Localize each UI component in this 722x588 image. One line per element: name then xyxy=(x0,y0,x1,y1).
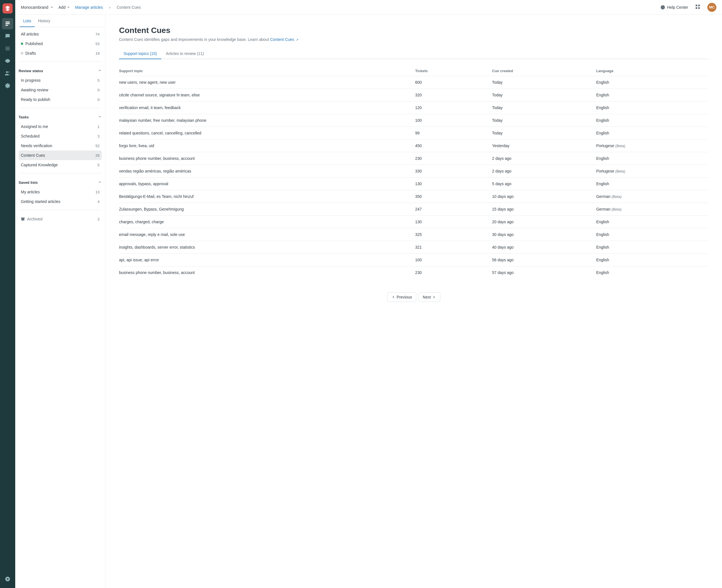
table-row[interactable]: related questions, cancel, cancelling, c… xyxy=(119,127,708,140)
cell-tickets: 247 xyxy=(412,203,489,216)
beta-label: (Beta) xyxy=(612,207,621,211)
cell-tickets: 350 xyxy=(412,190,489,203)
review-status-toggle[interactable] xyxy=(98,68,102,73)
cell-tickets: 450 xyxy=(412,140,489,152)
table-row[interactable]: malaysian number, free number, malaysian… xyxy=(119,114,708,127)
awaiting-review-count: 0 xyxy=(98,88,100,92)
rail-icon-users[interactable] xyxy=(2,68,13,79)
sidebar-item-captured-knowledge[interactable]: Captured Knowledge 5 xyxy=(19,160,102,170)
tickets-sort[interactable]: Tickets xyxy=(415,69,432,73)
table-row[interactable]: insights, dashboards, server error, stat… xyxy=(119,241,708,254)
rail-icon-eye[interactable] xyxy=(2,55,13,66)
table-row[interactable]: api, api issue, api error10056 days agoE… xyxy=(119,254,708,266)
sidebar-item-archived[interactable]: Archived 2 xyxy=(19,213,102,225)
sidebar-item-content-cues[interactable]: Content Cues 26 xyxy=(19,150,102,160)
cell-cue-created: Today xyxy=(489,102,593,114)
sidebar-item-needs-verification[interactable]: Needs verification 52 xyxy=(19,141,102,150)
prev-button[interactable]: Previous xyxy=(387,292,416,302)
table-row[interactable]: Zulassungen, Bypass, Genehmigung24715 da… xyxy=(119,203,708,216)
table-row[interactable]: cécile channel source, signature hi team… xyxy=(119,89,708,102)
drafts-count: 19 xyxy=(96,51,100,56)
col-header-tickets[interactable]: Tickets xyxy=(412,66,489,76)
table-row[interactable]: email message, reply e mail, sole use325… xyxy=(119,228,708,241)
tab-articles-review[interactable]: Articles to review (11) xyxy=(161,48,208,59)
col-header-support-topic: Support topic xyxy=(119,66,412,76)
table-row[interactable]: vendas região américas, região américas3… xyxy=(119,165,708,177)
saved-lists-toggle[interactable] xyxy=(98,180,102,185)
table-row[interactable]: new users, new agent, new user600TodayEn… xyxy=(119,76,708,89)
rail-icon-menu[interactable] xyxy=(2,43,13,54)
cue-created-sort[interactable]: Cue created xyxy=(492,69,517,73)
sidebar-item-ready-to-publish[interactable]: Ready to publish 0 xyxy=(19,95,102,104)
table-row[interactable]: Bestätigungs-E-Mail, es Team, nicht hinz… xyxy=(119,190,708,203)
nav-breadcrumb-separator: › xyxy=(109,5,110,9)
rail-icon-articles[interactable] xyxy=(2,18,13,29)
cell-cue-created: 56 days ago xyxy=(489,254,593,266)
tab-support-topics[interactable]: Support topics (15) xyxy=(119,48,161,59)
rail-icon-settings[interactable] xyxy=(2,80,13,91)
assigned-to-me-label: Assigned to me xyxy=(21,124,48,129)
nav-manage-articles[interactable]: Manage articles xyxy=(75,5,103,9)
rail-icon-zendesk[interactable] xyxy=(2,573,13,585)
sidebar-item-scheduled[interactable]: Scheduled 3 xyxy=(19,131,102,141)
sidebar-item-drafts[interactable]: Drafts 19 xyxy=(19,48,102,58)
table-row[interactable]: forgo livre, livea, uid450YesterdayPortu… xyxy=(119,140,708,152)
sidebar-item-awaiting-review[interactable]: Awaiting review 0 xyxy=(19,85,102,95)
col-header-language: Language xyxy=(593,66,708,76)
content-cues-link[interactable]: Content Cues ↗ xyxy=(270,37,298,42)
next-button[interactable]: Next xyxy=(418,292,440,302)
sidebar-tab-lists[interactable]: Lists xyxy=(20,15,35,27)
published-dot xyxy=(21,43,23,45)
sidebar-item-getting-started[interactable]: Getting started articles 4 xyxy=(19,197,102,206)
captured-knowledge-label: Captured Knowledge xyxy=(21,163,58,167)
sidebar-item-assigned-to-me[interactable]: Assigned to me 1 xyxy=(19,122,102,131)
awaiting-review-label: Awaiting review xyxy=(21,88,48,92)
table-row[interactable]: business phone number, business, account… xyxy=(119,266,708,279)
support-topics-table: Support topic Tickets Cue created xyxy=(119,66,708,279)
cell-language: German (Beta) xyxy=(593,203,708,216)
sidebar-item-my-articles[interactable]: My articles 13 xyxy=(19,187,102,197)
cell-topic: api, api issue, api error xyxy=(119,254,412,266)
saved-lists-title: Saved lists xyxy=(19,181,38,185)
pagination: Previous Next xyxy=(119,288,708,302)
scheduled-count: 3 xyxy=(98,134,100,139)
sidebar-tab-history[interactable]: History xyxy=(35,15,54,27)
svg-rect-2 xyxy=(6,25,8,26)
nav-brand[interactable]: Monocambrand xyxy=(21,5,54,9)
col-header-cue-created[interactable]: Cue created xyxy=(489,66,593,76)
rail-icon-chat[interactable] xyxy=(2,30,13,42)
beta-label: (Beta) xyxy=(615,144,625,148)
cell-language: Portugese (Beta) xyxy=(593,140,708,152)
cue-created-header-label: Cue created xyxy=(492,69,513,73)
cell-tickets: 99 xyxy=(412,127,489,140)
avatar-initials: MC xyxy=(709,5,715,9)
table-row[interactable]: approvals, bypass, approval1305 days ago… xyxy=(119,177,708,190)
nav-help-center[interactable]: Help Center xyxy=(660,5,688,10)
nav-brand-chevron xyxy=(50,5,54,9)
sidebar-item-in-progress[interactable]: In progress 5 xyxy=(19,76,102,85)
in-progress-count: 5 xyxy=(98,78,100,83)
nav-avatar[interactable]: MC xyxy=(707,3,716,12)
cell-tickets: 100 xyxy=(412,254,489,266)
tasks-header: Tasks xyxy=(19,111,102,122)
tasks-toggle[interactable] xyxy=(98,115,102,120)
app-logo[interactable] xyxy=(2,3,13,14)
nav-add[interactable]: Add xyxy=(58,5,70,9)
sidebar-divider-2 xyxy=(19,108,102,108)
table-row[interactable]: verification email, it team, feedback120… xyxy=(119,102,708,114)
content-area: Content Cues Content Cues identifies gap… xyxy=(105,15,722,588)
sidebar-item-all-articles[interactable]: All articles 74 xyxy=(19,29,102,39)
my-articles-label: My articles xyxy=(21,190,40,194)
review-status-title: Review status xyxy=(19,69,43,73)
prev-label: Previous xyxy=(396,295,412,299)
needs-verification-label: Needs verification xyxy=(21,144,52,148)
sidebar-item-published[interactable]: Published 53 xyxy=(19,39,102,48)
table-row[interactable]: charges, charged, charge13020 days agoEn… xyxy=(119,216,708,228)
archived-count: 2 xyxy=(98,217,100,221)
nav-grid-button[interactable] xyxy=(695,4,701,10)
content-cues-label: Content Cues xyxy=(21,153,45,158)
cell-topic: approvals, bypass, approval xyxy=(119,177,412,190)
svg-rect-1 xyxy=(6,23,10,24)
assigned-to-me-count: 1 xyxy=(98,125,100,129)
table-row[interactable]: business phone number, business, account… xyxy=(119,152,708,165)
